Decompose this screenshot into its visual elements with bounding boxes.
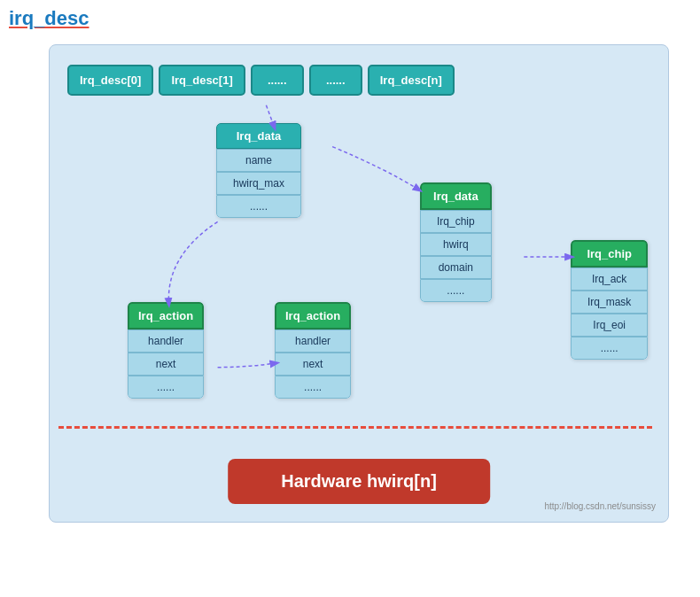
irq-data-left-field-0: name <box>216 149 301 172</box>
hardware-bar: Hardware hwirq[n] <box>228 459 490 504</box>
desc-box-0: Irq_desc[0] <box>67 65 153 96</box>
irq-desc-row: Irq_desc[0] Irq_desc[1] ...... ...... Ir… <box>67 65 455 96</box>
irq-data-right-block: Irq_data Irq_chip hwirq domain ...... <box>420 182 492 302</box>
irq-action-left-field-0: handler <box>128 330 204 353</box>
irq-chip-block: Irq_chip Irq_ack Irq_mask Irq_eoi ...... <box>571 240 648 360</box>
irq-action-left: Irq_action handler next ...... <box>128 302 204 399</box>
irq-data-right-field-3: ...... <box>420 279 492 302</box>
irq-chip-field-1: Irq_mask <box>571 291 648 314</box>
irq-action-right-block: Irq_action handler next ...... <box>275 302 351 399</box>
irq-action-right-field-0: handler <box>275 330 351 353</box>
irq-action-right-header: Irq_action <box>275 302 351 330</box>
irq-data-left-field-1: hwirq_max <box>216 172 301 195</box>
irq-chip: Irq_chip Irq_ack Irq_mask Irq_eoi ...... <box>571 240 648 360</box>
desc-box-4: Irq_desc[n] <box>368 65 455 96</box>
irq-action-right: Irq_action handler next ...... <box>275 302 351 399</box>
main-container: Irq_desc[0] Irq_desc[1] ...... ...... Ir… <box>49 44 669 523</box>
irq-chip-field-2: Irq_eoi <box>571 314 648 337</box>
irq-chip-field-3: ...... <box>571 337 648 360</box>
irq-data-left-header: Irq_data <box>216 123 301 149</box>
dashed-separator <box>58 426 652 429</box>
page-title: irq_desc <box>9 7 89 30</box>
watermark: http://blog.csdn.net/sunsissy <box>544 501 656 511</box>
desc-box-3: ...... <box>309 65 362 96</box>
irq-action-right-field-1: next <box>275 353 351 376</box>
irq-data-right-field-0: Irq_chip <box>420 210 492 233</box>
desc-box-1: Irq_desc[1] <box>159 65 245 96</box>
irq-data-right: Irq_data Irq_chip hwirq domain ...... <box>420 182 492 302</box>
irq-action-right-field-2: ...... <box>275 376 351 399</box>
irq-data-right-header: Irq_data <box>420 182 492 210</box>
irq-data-right-field-2: domain <box>420 256 492 279</box>
irq-action-left-header: Irq_action <box>128 302 204 330</box>
irq-action-left-field-2: ...... <box>128 376 204 399</box>
irq-data-left-field-2: ...... <box>216 195 301 218</box>
irq-data-right-field-1: hwirq <box>420 233 492 256</box>
irq-action-left-field-1: next <box>128 353 204 376</box>
irq-data-left: Irq_data name hwirq_max ...... <box>216 123 301 218</box>
irq-action-left-block: Irq_action handler next ...... <box>128 302 204 399</box>
irq-chip-header: Irq_chip <box>571 240 648 267</box>
irq-data-left-block: Irq_data name hwirq_max ...... <box>216 123 301 218</box>
irq-chip-field-0: Irq_ack <box>571 267 648 291</box>
desc-box-2: ...... <box>251 65 304 96</box>
